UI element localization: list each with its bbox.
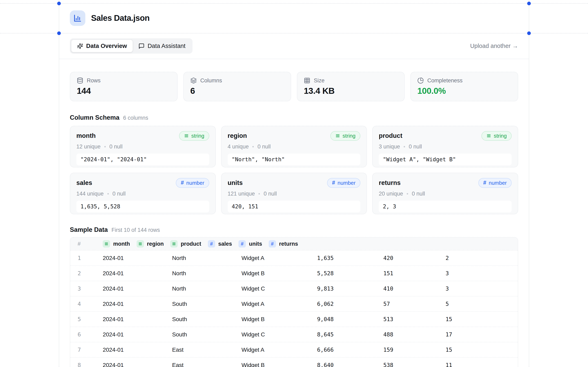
row-index: 1 <box>78 255 81 261</box>
cell-region: East <box>172 347 183 353</box>
stat-card-header: Columns <box>190 77 284 84</box>
toolbar: Data Overview Data Assistant Upload anot… <box>59 33 529 59</box>
cell-month: 2024-01 <box>103 270 124 277</box>
badge-label: string <box>494 133 507 139</box>
database-icon <box>77 77 83 84</box>
cell-product: Widget C <box>242 331 265 338</box>
unique-count: 12 unique <box>76 143 101 150</box>
badge-label: string <box>191 133 204 139</box>
table-header-row: # # month <box>70 238 518 250</box>
table-row: 4 2024-01 South Widget A 6,062 57 5 <box>70 296 518 311</box>
hash-icon: # <box>332 180 335 186</box>
stat-card-header: Completeness <box>417 77 511 84</box>
grid-icon <box>304 77 310 84</box>
text-lines-icon <box>184 133 189 138</box>
hash-icon: # <box>483 180 486 186</box>
number-type-badge: # number <box>176 178 209 188</box>
badge-label: number <box>489 180 507 186</box>
badge-label: string <box>343 133 356 139</box>
column-stats: 20 unique 0 null <box>379 191 512 197</box>
schema-subheading: 6 columns <box>123 115 148 121</box>
cell-returns: 15 <box>445 316 452 322</box>
badge-label: number <box>337 180 355 186</box>
cell-month: 2024-01 <box>103 331 124 338</box>
stat-label: Size <box>314 77 325 84</box>
number-chip-icon: # <box>208 240 215 248</box>
schema-card: month string # string 12 <box>70 126 216 167</box>
sample-section-head: Sample Data First 10 of 144 rows <box>70 226 518 234</box>
column-header-label: sales <box>218 241 232 247</box>
null-count: 0 null <box>409 143 422 150</box>
unique-count: 144 unique <box>76 191 104 197</box>
column-stats: 144 unique 0 null <box>76 191 209 197</box>
cell-month: 2024-01 <box>103 347 124 353</box>
cell-month: 2024-01 <box>103 285 124 292</box>
row-index: 7 <box>78 347 81 353</box>
unique-count: 4 unique <box>228 143 249 150</box>
column-stats: 4 unique 0 null <box>228 143 361 150</box>
main-panel: Sales Data.json Data Overview Data Assis… <box>59 0 529 367</box>
cell-sales: 9,813 <box>317 285 334 292</box>
cell-units: 420 <box>383 255 393 261</box>
schema-card-header: month string # string <box>76 131 209 141</box>
cell-returns: 17 <box>445 331 452 338</box>
tab-group: Data Overview Data Assistant <box>70 38 192 54</box>
column-header-label: units <box>249 241 262 247</box>
column-name: month <box>76 132 96 140</box>
schema-card-header: units number # number <box>228 178 361 188</box>
row-index: 5 <box>78 316 81 322</box>
table-body: 1 2024-01 North Widget A 1,635 420 2 2 2… <box>70 250 518 367</box>
sample-heading: Sample Data <box>70 226 108 234</box>
string-type-badge: string <box>330 131 361 141</box>
table-row: 5 2024-01 South Widget B 9,048 513 15 <box>70 311 518 327</box>
stat-value: 6 <box>190 86 284 96</box>
column-header: # product <box>164 238 201 250</box>
schema-grid: month string # string 12 <box>70 126 518 214</box>
sample-values: "North", "North" <box>228 154 361 165</box>
sample-values: "2024-01", "2024-01" <box>76 154 209 165</box>
table-row: 3 2024-01 North Widget C 9,813 410 3 <box>70 281 518 296</box>
cell-product: Widget B <box>242 316 265 323</box>
column-stats: 12 unique 0 null <box>76 143 209 150</box>
sparkles-icon <box>77 43 83 49</box>
tab-data-overview[interactable]: Data Overview <box>71 40 133 52</box>
number-type-badge: # number <box>478 178 512 188</box>
column-header: # sales <box>201 238 232 250</box>
index-column-header: # <box>70 238 96 250</box>
schema-card: returns number # number 2 <box>372 173 518 214</box>
dot-separator <box>404 146 405 147</box>
column-header-label: region <box>147 241 164 247</box>
cell-units: 159 <box>383 347 393 353</box>
tab-label: Data Overview <box>86 43 127 49</box>
cell-region: North <box>172 255 186 261</box>
column-header: # returns <box>262 238 298 250</box>
cell-units: 57 <box>383 301 390 307</box>
bar-chart-icon <box>73 14 82 22</box>
stat-label: Columns <box>200 77 222 84</box>
null-count: 0 null <box>258 143 271 150</box>
column-stats: 121 unique 0 null <box>228 191 361 197</box>
cell-region: South <box>172 301 187 307</box>
number-chip-icon: # <box>269 240 276 248</box>
sample-values: 1,635, 5,528 <box>76 201 209 212</box>
cell-sales: 8,640 <box>317 362 334 367</box>
schema-section-head: Column Schema 6 columns <box>70 114 518 121</box>
cell-sales: 1,635 <box>317 255 334 261</box>
upload-another-link[interactable]: Upload another → <box>470 43 518 49</box>
tab-data-assistant[interactable]: Data Assistant <box>133 40 191 52</box>
table-row: 6 2024-01 South Widget C 8,645 488 17 <box>70 327 518 342</box>
page-title: Sales Data.json <box>91 13 150 23</box>
cell-month: 2024-01 <box>103 255 124 261</box>
sample-values: 420, 151 <box>228 201 361 212</box>
dot-separator <box>107 193 109 194</box>
stat-label: Rows <box>87 77 101 84</box>
pie-chart-icon <box>417 77 424 84</box>
cell-region: North <box>172 270 186 277</box>
row-index: 2 <box>78 270 81 276</box>
schema-card-header: returns number # number <box>379 178 512 188</box>
dot-separator <box>252 146 254 147</box>
cell-sales: 9,048 <box>317 316 334 322</box>
row-index: 8 <box>78 362 81 367</box>
cell-returns: 5 <box>445 301 449 307</box>
stat-value: 144 <box>77 86 171 96</box>
